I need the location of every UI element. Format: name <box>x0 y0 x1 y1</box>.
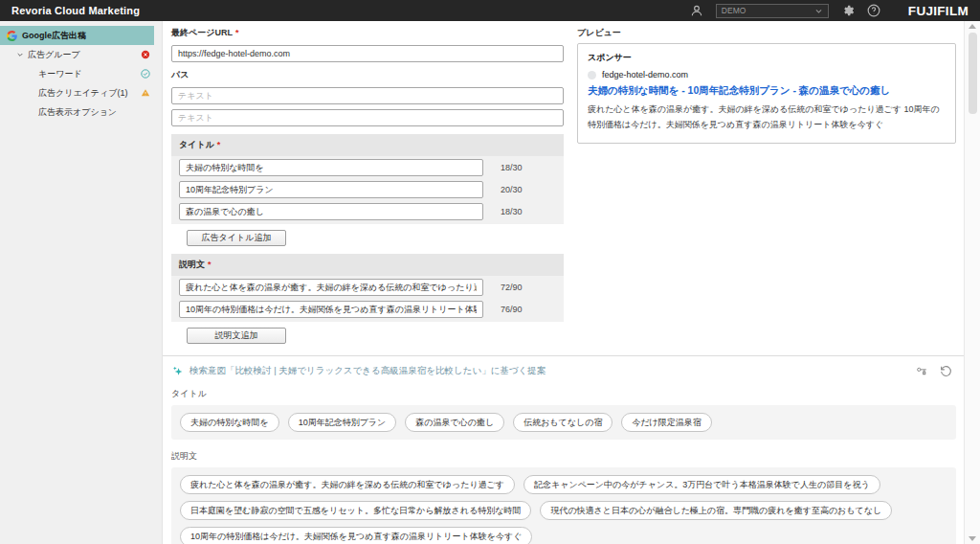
ad-preview-card: スポンサー fedge-hotel-demo.com 夫婦の特別な時間を - 1… <box>577 43 956 144</box>
descriptions-section: 説明文* 72/90 76/90 <box>171 254 564 322</box>
google-icon <box>7 31 17 41</box>
title-counter-3: 18/30 <box>501 207 523 216</box>
title-counter-1: 18/30 <box>501 163 523 172</box>
ad-form: 最終ページURL* パス タイトル* 18/30 20/30 <box>171 27 564 347</box>
preview-label: プレビュー <box>577 27 956 39</box>
sponsor-label: スポンサー <box>588 52 946 64</box>
add-description-button[interactable]: 説明文追加 <box>187 328 286 344</box>
sidebar-item-ad-group[interactable]: 広告グループ <box>0 45 162 64</box>
scrollbar-thumb[interactable] <box>969 33 977 114</box>
title-suggestion-chip[interactable]: 森の温泉で心の癒し <box>405 413 504 432</box>
required-mark: * <box>235 28 239 37</box>
sidebar-item-keywords[interactable]: キーワード <box>0 64 162 83</box>
account-select[interactable]: DEMO <box>716 4 829 18</box>
chevron-down-icon[interactable] <box>16 51 24 58</box>
description-input-2[interactable] <box>179 301 483 318</box>
description-suggestions-panel: 疲れた心と体を森の温泉が癒す。夫婦の絆を深める伝統の和室でゆったり過ごす 記念キ… <box>171 467 956 544</box>
required-mark: * <box>217 140 221 149</box>
section-divider <box>163 355 964 356</box>
path-input-1[interactable] <box>171 87 564 104</box>
preview-panel: プレビュー スポンサー fedge-hotel-demo.com 夫婦の特別な時… <box>577 27 956 347</box>
scroll-down-arrow-icon[interactable] <box>969 536 976 541</box>
sidebar-item-ad-extensions[interactable]: 広告表示オプション <box>0 102 162 122</box>
suggestions-title-label: タイトル <box>171 388 956 400</box>
check-circle-icon <box>141 69 150 79</box>
final-url-input[interactable] <box>171 45 564 62</box>
title-row: 18/30 <box>171 156 564 178</box>
sidebar-item-ad-creative[interactable]: 広告クリエイティブ(1) <box>0 83 162 102</box>
title-input-3[interactable] <box>179 203 483 220</box>
sparkle-icon <box>171 365 184 377</box>
scroll-up-arrow-icon[interactable] <box>969 24 976 29</box>
sidebar-item-label: 広告クリエイティブ(1) <box>38 87 127 100</box>
sidebar-item-label: キーワード <box>38 68 82 80</box>
final-url-label: 最終ページURL* <box>171 27 564 39</box>
titles-section: タイトル* 18/30 20/30 18/30 <box>171 134 564 224</box>
title-row: 18/30 <box>171 200 564 222</box>
preview-ad-title: 夫婦の特別な時間を - 10周年記念特別プラン - 森の温泉で心の癒し <box>588 83 946 98</box>
suggestions-description-label: 説明文 <box>171 450 956 463</box>
warning-icon <box>141 88 150 98</box>
error-icon <box>141 50 150 59</box>
required-mark: * <box>208 260 212 269</box>
sidebar-item-label: 広告グループ <box>28 49 80 61</box>
account-select-value: DEMO <box>722 6 746 15</box>
path-input-2[interactable] <box>171 109 564 126</box>
title-input-2[interactable] <box>179 181 483 198</box>
add-title-button[interactable]: 広告タイトル追加 <box>187 230 286 246</box>
title-input-1[interactable] <box>179 159 483 176</box>
description-suggestion-chip[interactable]: 10周年の特別価格は今だけ。夫婦関係を見つめ直す森の温泉リトリート体験を今すぐ <box>180 527 532 544</box>
sidebar-item-google-ad[interactable]: Google広告出稿 <box>0 26 154 45</box>
description-suggestion-chip[interactable]: 現代の快適さと日本の心が融合した極上の宿。専門職の疲れを癒す至高のおもてなし <box>540 501 892 520</box>
description-suggestion-chip[interactable]: 日本庭園を望む静寂の空間で五感をリセット。多忙な日常から解放される特別な時間 <box>180 501 531 520</box>
description-suggestion-chip[interactable]: 疲れた心と体を森の温泉が癒す。夫婦の絆を深める伝統の和室でゆったり過ごす <box>180 475 515 494</box>
refresh-icon[interactable] <box>940 365 952 377</box>
description-row: 76/90 <box>171 298 564 320</box>
app-window: Revoria Cloud Marketing DEMO FUJIFILM <box>0 0 980 544</box>
title-suggestion-chip[interactable]: 伝統おもてなしの宿 <box>513 413 612 432</box>
title-counter-2: 20/30 <box>501 185 523 194</box>
vertical-scrollbar[interactable] <box>964 21 980 544</box>
description-suggestion-chip[interactable]: 記念キャンペーン中の今がチャンス。3万円台で叶う本格温泉体験で人生の節目を祝う <box>523 475 880 494</box>
sidebar-item-label: 広告表示オプション <box>38 106 117 119</box>
user-icon[interactable] <box>690 4 703 17</box>
preview-domain-row: fedge-hotel-demo.com <box>588 70 946 79</box>
title-suggestion-chip[interactable]: 今だけ限定温泉宿 <box>621 413 711 432</box>
main-content: 最終ページURL* パス タイトル* 18/30 20/30 <box>163 21 964 544</box>
description-input-1[interactable] <box>179 279 483 296</box>
suggestions-header: 検索意図「比較検討 | 夫婦でリラックスできる高級温泉宿を比較したい」に基づく提… <box>171 365 956 377</box>
title-suggestion-chip[interactable]: 10周年記念特別プラン <box>288 413 397 432</box>
gear-icon[interactable] <box>841 4 855 17</box>
description-row: 72/90 <box>171 276 564 298</box>
descriptions-section-header: 説明文* <box>171 254 564 276</box>
description-counter-1: 72/90 <box>501 283 523 292</box>
sidebar-item-label: Google広告出稿 <box>22 30 86 42</box>
titles-section-header: タイトル* <box>171 134 564 156</box>
sidebar: Google広告出稿 広告グループ キーワード 広告クリエイティブ(1) <box>0 21 163 544</box>
favicon-placeholder-icon <box>588 71 596 79</box>
title-row: 20/30 <box>171 178 564 200</box>
path-label: パス <box>171 69 564 81</box>
title-suggestion-chip[interactable]: 夫婦の特別な時間を <box>180 413 279 432</box>
preview-ad-description: 疲れた心と体を森の温泉が癒す。夫婦の絆を深める伝統の和室でゆったり過ごす 10周… <box>588 102 946 133</box>
key-lock-icon[interactable] <box>916 365 928 377</box>
title-suggestions-panel: 夫婦の特別な時間を 10周年記念特別プラン 森の温泉で心の癒し 伝統おもてなしの… <box>171 405 956 440</box>
chevron-down-icon <box>814 7 823 15</box>
help-icon[interactable] <box>867 4 880 17</box>
fujifilm-logo: FUJIFILM <box>908 4 969 18</box>
app-title: Revoria Cloud Marketing <box>11 5 140 16</box>
description-counter-2: 76/90 <box>501 305 523 314</box>
suggestions-header-text: 検索意図「比較検討 | 夫婦でリラックスできる高級温泉宿を比較したい」に基づく提… <box>189 365 546 377</box>
topbar: Revoria Cloud Marketing DEMO FUJIFILM <box>0 0 980 21</box>
preview-domain: fedge-hotel-demo.com <box>602 70 688 79</box>
